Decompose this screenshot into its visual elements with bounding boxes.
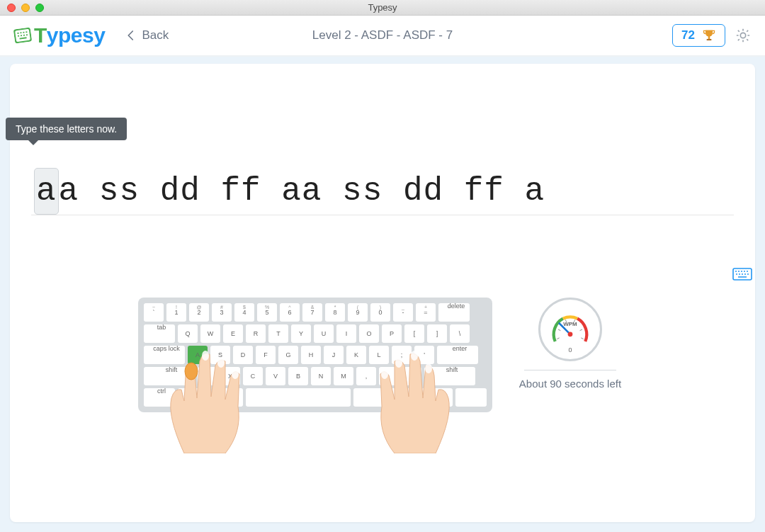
toolbar-right: 72 (672, 24, 751, 47)
key-e: E (223, 324, 243, 343)
window-controls (7, 4, 44, 12)
key-null (246, 388, 351, 407)
key-v: V (266, 367, 285, 385)
stats-panel: WPM 0 About 90 seconds left (514, 298, 627, 390)
key-u: U (314, 324, 334, 343)
svg-line-9 (20, 38, 27, 38)
key-8: *8 (325, 303, 345, 322)
key-f: F (256, 346, 276, 364)
key-6: ^6 (280, 303, 300, 322)
svg-rect-0 (14, 28, 31, 43)
key-4: $4 (234, 303, 254, 322)
key-p: P (382, 324, 402, 343)
key-3: #3 (212, 303, 232, 322)
key-k: K (346, 346, 366, 364)
back-button[interactable]: Back (125, 28, 169, 43)
key-w: W (200, 324, 220, 343)
keyboard-logo-icon (13, 27, 33, 43)
key-null (353, 388, 385, 407)
score-badge[interactable]: 72 (672, 24, 725, 47)
key-tab: tab (144, 324, 175, 343)
lesson-title: Level 2 - ASDF - ASDF - 7 (0, 28, 765, 43)
key-q: Q (178, 324, 198, 343)
cursor-char: a (34, 168, 59, 215)
key-shift: shift (424, 367, 475, 385)
key-y: Y (291, 324, 311, 343)
minimize-icon[interactable] (21, 4, 30, 12)
key-m: M (334, 367, 353, 385)
toolbar: Typesy Back Level 2 - ASDF - ASDF - 7 72 (0, 16, 765, 57)
app-window: Typesy Typesy Back Level 2 - (0, 0, 765, 532)
key-7: &7 (302, 303, 322, 322)
key-d: D (233, 346, 253, 364)
key-null (212, 388, 243, 407)
key-s: S (210, 346, 230, 364)
key-[: [ (404, 324, 424, 343)
key-`: ~` (144, 303, 164, 322)
typing-line-1-rest: a ss dd ff aa ss dd ff a (59, 173, 545, 210)
window-title: Typesy (0, 2, 765, 13)
key-b: B (288, 367, 308, 385)
key-null (421, 388, 453, 407)
titlebar: Typesy (0, 0, 765, 16)
fullscreen-icon[interactable] (35, 4, 44, 12)
key-ctrl: ctrl (144, 388, 175, 407)
key-.: . (379, 367, 399, 385)
back-label: Back (142, 28, 169, 43)
key-/: / (402, 367, 421, 385)
arrow-left-icon (125, 29, 137, 42)
key-;: ; (392, 346, 412, 364)
gear-icon[interactable] (735, 28, 751, 43)
key-null (178, 388, 209, 407)
logo-text-rest: ypesy (47, 23, 106, 47)
key-j: J (324, 346, 344, 364)
score-value: 72 (681, 28, 695, 43)
app-logo[interactable]: Typesy (14, 23, 105, 47)
svg-line-34 (558, 329, 560, 331)
key-l: L (369, 346, 389, 364)
svg-rect-11 (707, 39, 712, 40)
key--: _- (393, 303, 413, 322)
key-1: !1 (166, 303, 186, 322)
logo-text-first: T (34, 23, 47, 47)
key-z: Z (198, 367, 217, 385)
gauge-zero: 0 (540, 346, 600, 353)
key-shift: shift (144, 367, 195, 385)
key-enter: enter (437, 346, 478, 364)
svg-line-38 (581, 338, 583, 339)
keyboard-wrap: ~`!1@2#3$4%5^6&7*8(9)0_-+=delete tabQWER… (138, 298, 492, 439)
key-delete: delete (438, 303, 470, 322)
time-left-label: About 90 seconds left (514, 378, 627, 390)
bottom-row: ~`!1@2#3$4%5^6&7*8(9)0_-+=delete tabQWER… (31, 298, 734, 439)
svg-rect-10 (708, 36, 710, 39)
trophy-icon (702, 28, 716, 43)
key-x: X (220, 367, 240, 385)
key-caps lock: caps lock (144, 346, 185, 364)
key-n: N (311, 367, 331, 385)
key-g: G (278, 346, 298, 364)
key-\: \ (450, 324, 470, 343)
svg-line-33 (557, 338, 559, 339)
key-a: A (188, 346, 208, 364)
key-i: I (336, 324, 356, 343)
typing-area[interactable]: aa ss dd ff aa ss dd ff a dd ff as ad af… (31, 77, 734, 262)
key-0: )0 (370, 303, 390, 322)
svg-line-37 (580, 329, 582, 331)
key-5: %5 (257, 303, 277, 322)
key-t: T (268, 324, 288, 343)
body-area: Type these letters now. aa ss dd ff aa s… (0, 57, 765, 532)
key-=: += (416, 303, 436, 322)
wpm-gauge: WPM 0 (538, 298, 602, 361)
key-2: @2 (189, 303, 209, 322)
virtual-keyboard: ~`!1@2#3$4%5^6&7*8(9)0_-+=delete tabQWER… (138, 298, 492, 412)
key-]: ] (427, 324, 447, 343)
close-icon[interactable] (7, 4, 16, 12)
key-': ' (414, 346, 434, 364)
gauge-label: WPM (540, 321, 600, 327)
key-null (455, 388, 487, 407)
key-9: (9 (348, 303, 368, 322)
keyboard-toggle-icon[interactable] (732, 268, 752, 283)
svg-point-40 (568, 332, 573, 336)
key-,: , (356, 367, 376, 385)
instruction-tooltip: Type these letters now. (6, 118, 127, 140)
